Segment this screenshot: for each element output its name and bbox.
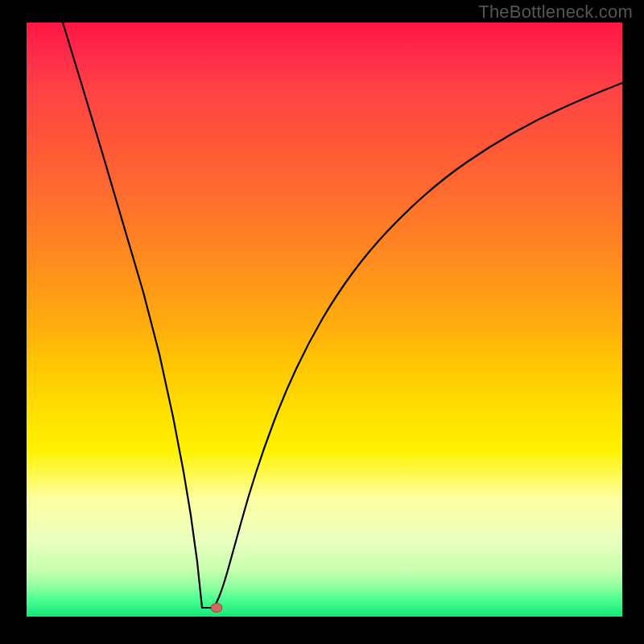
bottleneck-curve-svg	[27, 23, 622, 617]
chart-plot-area	[27, 23, 622, 617]
bottleneck-curve-path	[63, 23, 622, 608]
optimal-point-marker	[211, 603, 223, 613]
watermark-text: TheBottleneck.com	[478, 2, 633, 23]
